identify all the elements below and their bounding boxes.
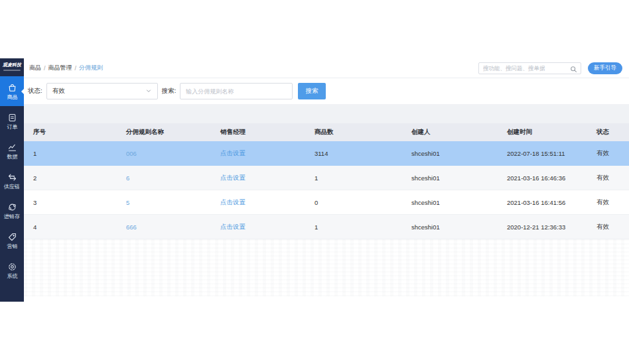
cell-created-at: 2021-03-16 16:46:36 (498, 174, 587, 182)
search-button[interactable]: 搜索 (298, 83, 326, 99)
sidebar-item-inventory[interactable]: 进销存 (0, 196, 24, 225)
chevron-down-icon (145, 88, 152, 95)
breadcrumb-separator: / (75, 65, 77, 72)
status-badge: 有效 (587, 198, 629, 207)
set-manager-link[interactable]: 点击设置 (211, 149, 305, 158)
rule-name-link[interactable]: 666 (117, 223, 211, 231)
column-header-status: 状态 (587, 128, 629, 137)
sidebar-item-label: 供应链 (4, 184, 20, 189)
cell-goods-count: 1 (305, 223, 402, 231)
set-manager-link[interactable]: 点击设置 (211, 174, 305, 182)
status-badge: 有效 (587, 149, 629, 158)
sidebar-item-data[interactable]: 数据 (0, 136, 24, 166)
breadcrumb-level2[interactable]: 商品管理 (48, 64, 72, 72)
orders-icon (7, 113, 17, 123)
sidebar-item-label: 数据 (7, 154, 17, 159)
status-select[interactable]: 有效 (46, 83, 158, 99)
topbar-right: 新手引导 (478, 62, 622, 74)
topbar: 商品 / 商品管理 / 分佣规则 新手引导 (24, 58, 629, 78)
filter-bar: 状态: 有效 搜索: 搜索 (24, 78, 629, 104)
status-badge: 有效 (587, 223, 629, 231)
cell-index: 4 (24, 223, 117, 231)
rule-name-link[interactable]: 006 (117, 150, 211, 157)
breadcrumb-current: 分佣规则 (79, 64, 103, 72)
table-row[interactable]: 3 5 点击设置 0 shceshi01 2021-03-16 16:41:56… (24, 190, 629, 215)
sidebar-item-label: 商品 (7, 94, 17, 99)
cell-goods-count: 0 (305, 199, 402, 206)
cell-creator: shceshi01 (402, 199, 498, 206)
goods-icon (7, 83, 17, 93)
status-badge: 有效 (587, 174, 629, 182)
cell-creator: shceshi01 (402, 174, 498, 182)
cell-index: 2 (24, 174, 117, 182)
breadcrumb-separator: / (44, 65, 46, 72)
status-select-value: 有效 (52, 87, 65, 95)
logo-subtext-decoration (3, 70, 21, 71)
cell-goods-count: 1 (305, 174, 402, 182)
status-filter-label: 状态: (28, 87, 42, 95)
breadcrumb-level1[interactable]: 商品 (29, 64, 41, 72)
data-chart-icon (7, 143, 17, 152)
watermark-area (24, 239, 629, 302)
cell-creator: shceshi01 (402, 150, 498, 157)
rule-name-link[interactable]: 6 (117, 174, 211, 182)
sidebar-item-goods[interactable]: 商品 (0, 76, 24, 106)
logo-text: 观麦科技 (1, 62, 23, 68)
search-icon[interactable] (569, 64, 578, 73)
system-gear-icon (7, 262, 17, 272)
sidebar-item-label: 系统 (7, 273, 17, 278)
marketing-tag-icon (7, 232, 17, 242)
sidebar: 观麦科技 商品 订单 数据 (0, 58, 24, 302)
content-spacer (24, 104, 629, 123)
cell-goods-count: 3114 (305, 150, 402, 157)
cell-created-at: 2022-07-18 15:51:11 (498, 150, 587, 157)
cell-created-at: 2021-03-16 16:41:56 (498, 199, 587, 206)
sidebar-item-label: 营销 (7, 243, 17, 249)
column-header-name: 分佣规则名称 (117, 128, 211, 137)
column-header-creator: 创建人 (402, 128, 498, 137)
rule-name-search-input[interactable] (180, 83, 293, 99)
supply-chain-icon (7, 172, 17, 182)
search-filter-label: 搜索: (162, 87, 176, 95)
cell-index: 1 (24, 150, 117, 157)
breadcrumb: 商品 / 商品管理 / 分佣规则 (29, 64, 103, 72)
global-search-box (478, 62, 581, 74)
cell-created-at: 2020-12-21 12:36:33 (498, 223, 587, 231)
logo: 观麦科技 (0, 58, 24, 71)
cell-creator: shceshi01 (402, 223, 498, 231)
app-window: 观麦科技 商品 订单 数据 (0, 58, 629, 302)
set-manager-link[interactable]: 点击设置 (211, 198, 305, 207)
sidebar-item-orders[interactable]: 订单 (0, 106, 24, 136)
sidebar-nav: 商品 订单 数据 供应链 (0, 76, 24, 285)
sidebar-item-system[interactable]: 系统 (0, 255, 24, 285)
table-row[interactable]: 2 6 点击设置 1 shceshi01 2021-03-16 16:46:36… (24, 166, 629, 190)
main-content: 商品 / 商品管理 / 分佣规则 新手引导 状态: 有效 (24, 58, 629, 302)
sidebar-item-label: 订单 (7, 124, 17, 129)
column-header-goods-count: 商品数 (305, 128, 402, 137)
table-header: 序号 分佣规则名称 销售经理 商品数 创建人 创建时间 状态 (24, 123, 629, 141)
inventory-icon (7, 202, 17, 212)
set-manager-link[interactable]: 点击设置 (211, 223, 305, 231)
table-row[interactable]: 4 666 点击设置 1 shceshi01 2020-12-21 12:36:… (24, 215, 629, 239)
sidebar-item-marketing[interactable]: 营销 (0, 225, 24, 255)
global-search-input[interactable] (479, 63, 581, 74)
novice-guide-button[interactable]: 新手引导 (588, 62, 622, 74)
column-header-index: 序号 (24, 128, 117, 137)
rule-name-link[interactable]: 5 (117, 199, 211, 206)
cell-index: 3 (24, 199, 117, 206)
sidebar-item-supply-chain[interactable]: 供应链 (0, 166, 24, 196)
column-header-created-at: 创建时间 (498, 128, 587, 137)
table-row[interactable]: 1 006 点击设置 3114 shceshi01 2022-07-18 15:… (24, 141, 629, 166)
sidebar-item-label: 进销存 (4, 213, 20, 219)
column-header-manager: 销售经理 (211, 128, 305, 137)
